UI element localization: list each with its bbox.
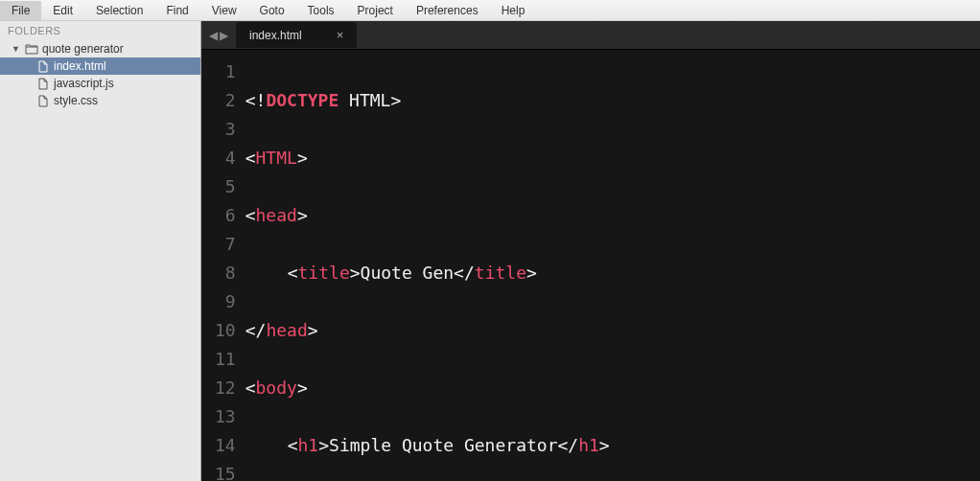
tree-file-label: style.css bbox=[54, 94, 98, 107]
menu-file[interactable]: File bbox=[0, 1, 41, 20]
code-token: head bbox=[256, 205, 297, 225]
code-token: title bbox=[475, 263, 526, 283]
code-token: HTML bbox=[256, 148, 297, 168]
line-number: 13 bbox=[215, 402, 236, 431]
line-number: 9 bbox=[215, 287, 236, 316]
tab-nav: ◀ ▶ bbox=[201, 29, 236, 42]
code-token: body bbox=[256, 378, 297, 398]
tabbar: ◀ ▶ index.html × bbox=[201, 21, 980, 50]
code-token: > bbox=[297, 148, 308, 168]
tree-file-label: index.html bbox=[54, 59, 106, 73]
code-token: < bbox=[245, 378, 256, 398]
code-token: > bbox=[390, 90, 401, 110]
main-area: FOLDERS ▼ quote generator index.html jav… bbox=[0, 21, 980, 481]
code-token: title bbox=[298, 263, 350, 283]
line-gutter: 1 2 3 4 5 6 7 8 9 10 11 12 13 14 15 bbox=[201, 50, 245, 481]
line-number: 10 bbox=[215, 316, 236, 345]
code-token: <! bbox=[245, 90, 267, 110]
menu-goto[interactable]: Goto bbox=[248, 1, 296, 20]
menu-tools[interactable]: Tools bbox=[296, 1, 346, 20]
code-token: > bbox=[308, 320, 318, 340]
code-token: < bbox=[245, 205, 256, 225]
file-icon bbox=[36, 95, 50, 107]
line-number: 8 bbox=[215, 259, 236, 287]
code-token: h1 bbox=[298, 435, 319, 455]
tree-file-index[interactable]: index.html bbox=[0, 57, 200, 75]
file-tree: ▼ quote generator index.html javascript.… bbox=[0, 40, 200, 481]
code-token: < bbox=[288, 263, 298, 283]
code-token: > bbox=[297, 378, 308, 398]
menu-find[interactable]: Find bbox=[154, 1, 199, 20]
code-token: > bbox=[297, 205, 308, 225]
code-editor[interactable]: 1 2 3 4 5 6 7 8 9 10 11 12 13 14 15 <!DO… bbox=[201, 50, 980, 481]
code-content[interactable]: <!DOCTYPE HTML> <HTML> <head> <title>Quo… bbox=[245, 50, 776, 481]
menu-selection[interactable]: Selection bbox=[84, 1, 154, 20]
menu-project[interactable]: Project bbox=[346, 1, 405, 20]
line-number: 11 bbox=[215, 345, 236, 374]
line-number: 12 bbox=[215, 374, 236, 402]
file-icon bbox=[36, 60, 50, 73]
tree-folder-label: quote generator bbox=[42, 42, 124, 56]
tree-file-style[interactable]: style.css bbox=[0, 92, 200, 109]
code-token: > bbox=[599, 435, 610, 455]
tree-file-label: javascript.js bbox=[54, 77, 114, 90]
line-number: 7 bbox=[215, 230, 236, 259]
line-number: 14 bbox=[215, 431, 236, 460]
code-token: head bbox=[266, 320, 307, 340]
menu-help[interactable]: Help bbox=[490, 1, 537, 20]
code-token: < bbox=[245, 148, 256, 168]
sidebar: FOLDERS ▼ quote generator index.html jav… bbox=[0, 21, 201, 481]
line-number: 4 bbox=[215, 144, 236, 172]
code-token: </ bbox=[245, 320, 267, 340]
tree-file-javascript[interactable]: javascript.js bbox=[0, 75, 200, 92]
folder-open-icon bbox=[25, 43, 38, 55]
line-number: 2 bbox=[215, 86, 236, 115]
code-token: > bbox=[318, 435, 329, 455]
tab-index-html[interactable]: index.html × bbox=[236, 22, 357, 48]
code-token: </ bbox=[454, 263, 475, 283]
code-token: > bbox=[526, 263, 537, 283]
line-number: 15 bbox=[215, 460, 236, 481]
code-token: </ bbox=[557, 435, 578, 455]
line-number: 6 bbox=[215, 201, 236, 230]
folders-header: FOLDERS bbox=[0, 21, 200, 40]
file-icon bbox=[36, 78, 50, 90]
menu-preferences[interactable]: Preferences bbox=[405, 1, 490, 20]
line-number: 1 bbox=[215, 57, 236, 86]
editor-area: ◀ ▶ index.html × 1 2 3 4 5 6 7 8 9 10 11 bbox=[201, 21, 980, 481]
code-token: DOCTYPE bbox=[266, 90, 338, 110]
code-token: h1 bbox=[578, 435, 599, 455]
menubar: File Edit Selection Find View Goto Tools… bbox=[0, 0, 980, 21]
code-token: < bbox=[288, 435, 298, 455]
nav-back-icon[interactable]: ◀ bbox=[209, 29, 218, 42]
code-token: HTML bbox=[338, 90, 390, 110]
chevron-down-icon: ▼ bbox=[12, 44, 21, 54]
tree-folder-root[interactable]: ▼ quote generator bbox=[0, 40, 200, 57]
code-token: > bbox=[350, 263, 361, 283]
close-icon[interactable]: × bbox=[337, 28, 344, 42]
code-token: Simple Quote Generator bbox=[329, 435, 557, 455]
menu-edit[interactable]: Edit bbox=[41, 1, 84, 20]
menu-view[interactable]: View bbox=[200, 1, 248, 20]
code-token: Quote Gen bbox=[361, 263, 455, 283]
tab-label: index.html bbox=[249, 29, 302, 42]
line-number: 3 bbox=[215, 115, 236, 144]
nav-forward-icon[interactable]: ▶ bbox=[220, 29, 228, 42]
line-number: 5 bbox=[215, 172, 236, 201]
